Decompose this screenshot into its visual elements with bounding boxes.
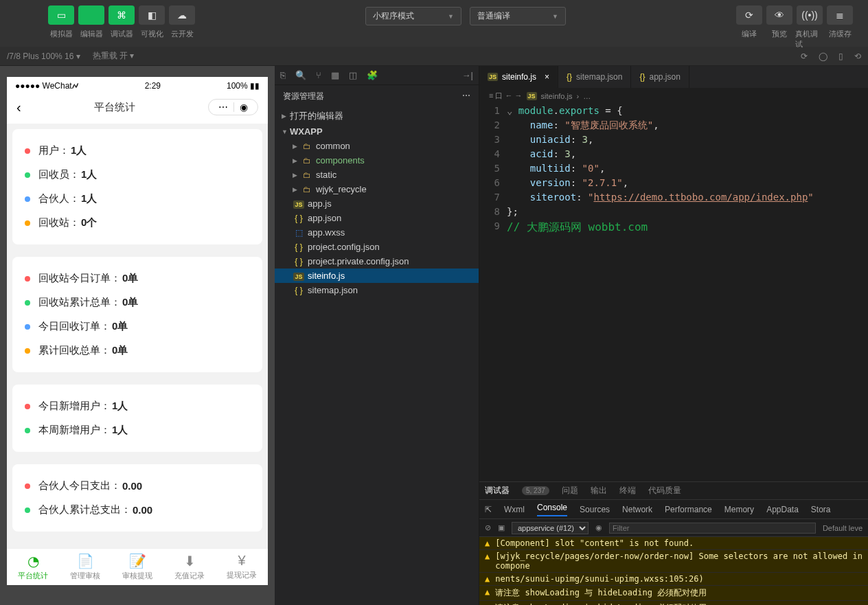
remote-debug-button[interactable]: ((•))真机调试 (795, 5, 824, 49)
tree-item-project-private-config-json[interactable]: { }project.private.config.json (275, 254, 479, 269)
git-icon[interactable]: ⑂ (316, 70, 321, 80)
level-select[interactable]: Default leve (823, 524, 863, 532)
plug-icon[interactable]: 🧩 (367, 70, 378, 80)
editor-tab-app-json[interactable]: {}app.json (631, 66, 689, 88)
preview-button-label: 预览 (772, 29, 787, 39)
tree-item-sitemap-json[interactable]: { }sitemap.json (275, 283, 479, 297)
breadcrumb[interactable]: ≡ 口 ← → JS siteinfo.js›… (479, 88, 868, 104)
dot-icon (25, 348, 30, 354)
code-area[interactable]: 123456789 ⌄ module.exports = { name: "智慧… (479, 104, 868, 481)
hot-reload-toggle[interactable]: 热重载 开 ▾ (93, 50, 135, 62)
devtab-network[interactable]: Network (622, 505, 652, 514)
cube-icon[interactable]: ◫ (349, 70, 357, 80)
stat-card: 合伙人今日支出：0.00合伙人累计总支出：0.00 (12, 464, 262, 532)
tree-item-components[interactable]: ▶🗀components (275, 153, 479, 168)
preview-button-icon: 👁 (766, 5, 792, 25)
tree-item-label: app.wxss (308, 227, 345, 238)
tab-manage[interactable]: 📄管理审核 (59, 553, 111, 581)
stat-row: 用户：1人 (25, 139, 250, 163)
opened-editors-header[interactable]: ▶打开的编辑器 (275, 108, 479, 124)
panel-tab-quality[interactable]: 代码质量 (648, 485, 681, 496)
more-icon[interactable]: ⋯ (462, 91, 470, 102)
back-icon[interactable]: ‹ (16, 100, 21, 115)
devtab-appdata[interactable]: AppData (766, 505, 799, 514)
tree-item-static[interactable]: ▶🗀static (275, 168, 479, 182)
stat-value: 1人 (81, 168, 97, 181)
filter-input[interactable] (609, 523, 816, 534)
project-header[interactable]: ▼WXAPP (275, 124, 479, 139)
device-selector[interactable]: /7/8 Plus 100% 16 ▾ (7, 52, 80, 61)
devtab-console[interactable]: Console (537, 503, 567, 516)
tab-withdraw-review[interactable]: 📝审核提现 (111, 553, 163, 581)
simulator-button-icon: ▭ (48, 5, 74, 25)
page-title: 平台统计 (94, 101, 135, 114)
panel-tab-output[interactable]: 输出 (591, 485, 607, 496)
mode-dropdown[interactable]: 小程序模式▼ (365, 7, 461, 25)
clear-cache-button[interactable]: ≣清缓存 (825, 5, 854, 49)
tab-withdraw[interactable]: ¥提现记录 (216, 553, 268, 581)
clear-cache-button-icon: ≣ (827, 5, 853, 25)
tree-item-wjyk_recycle[interactable]: ▶🗀wjyk_recycle (275, 182, 479, 196)
devtab-memory[interactable]: Memory (724, 505, 754, 514)
preview-button[interactable]: 👁预览 (765, 5, 794, 49)
devtab-sources[interactable]: Sources (580, 505, 610, 514)
panel-tab-problems[interactable]: 问题 (562, 485, 578, 496)
debugger-count: 5, 237 (522, 486, 549, 495)
tree-item-common[interactable]: ▶🗀common (275, 139, 479, 153)
log-row: ▲请注意 showLoading 与 hideLoading 必须配对使用 (479, 601, 868, 605)
compile-button[interactable]: ⟳编译 (735, 5, 764, 49)
ext-icon[interactable]: ▦ (331, 70, 339, 80)
stat-row: 今日回收订单：0单 (25, 315, 250, 339)
refresh-icon[interactable]: ⟳ (801, 52, 808, 61)
visualize-button-label: 可视化 (141, 29, 163, 39)
editor-button[interactable]: 编辑器 (77, 5, 106, 39)
dot-icon (25, 300, 30, 306)
devtab-storage[interactable]: Stora (811, 505, 831, 514)
collapse-icon[interactable]: →| (462, 70, 473, 80)
tree-item-label: components (316, 155, 365, 165)
stat-value: 1人 (71, 144, 87, 157)
tree-item-siteinfo-js[interactable]: JSsiteinfo.js (275, 269, 479, 283)
search-icon[interactable]: 🔍 (295, 70, 306, 80)
stat-value: 1人 (112, 400, 128, 413)
panel-tab-terminal[interactable]: 终端 (619, 485, 636, 496)
stat-row: 合伙人今日支出：0.00 (25, 474, 250, 498)
tab-recharge[interactable]: ⬇充值记录 (163, 553, 216, 581)
device-icon[interactable]: ▯ (838, 52, 843, 61)
tree-item-app-wxss[interactable]: ⬚app.wxss (275, 225, 479, 240)
dot-icon (25, 172, 30, 178)
editor-tab-sitemap-json[interactable]: {}sitemap.json (558, 66, 631, 88)
simulator-button[interactable]: ▭模拟器 (47, 5, 76, 39)
tree-item-app-js[interactable]: JSapp.js (275, 196, 479, 211)
devtab-performance[interactable]: Performance (665, 505, 712, 514)
capsule-menu[interactable]: ⋯◉ (208, 99, 258, 115)
context-select[interactable]: appservice (#12) (512, 522, 589, 534)
tab-stats-label: 平台统计 (18, 571, 48, 581)
stat-value: 1人 (112, 424, 128, 437)
status-battery: 100% ▮▮ (227, 81, 260, 91)
rotate-icon[interactable]: ⟲ (854, 52, 861, 61)
clear-console-icon[interactable]: ⊘ (485, 523, 491, 532)
editor-tab-siteinfo-js[interactable]: JSsiteinfo.js× (479, 66, 558, 88)
remote-debug-button-icon: ((•)) (797, 5, 823, 25)
top-toolbar: ▭模拟器编辑器⌘调试器◧可视化☁云开发 小程序模式▼ 普通编译▼ ⟳编译👁预览(… (0, 0, 868, 47)
cloud-dev-button[interactable]: ☁云开发 (168, 5, 196, 39)
tree-item-project-config-json[interactable]: { }project.config.json (275, 240, 479, 254)
close-icon[interactable]: × (545, 72, 549, 82)
log-message: [Component] slot "content" is not found. (495, 538, 694, 548)
warn-icon: ▲ (485, 602, 490, 605)
stat-value: 1人 (81, 192, 97, 205)
debugger-button[interactable]: ⌘调试器 (107, 5, 136, 39)
eye-icon[interactable]: ◉ (595, 523, 602, 532)
visualize-button[interactable]: ◧可视化 (137, 5, 166, 39)
inspect-icon[interactable]: ⇱ (485, 505, 492, 514)
panel-tab-debugger[interactable]: 调试器 (485, 485, 510, 496)
devtab-wxml[interactable]: Wxml (504, 505, 525, 514)
tree-item-app-json[interactable]: { }app.json (275, 211, 479, 225)
files-icon[interactable]: ⎘ (280, 70, 286, 80)
stop-icon[interactable]: ◯ (819, 52, 827, 61)
tab-stats[interactable]: ◔平台统计 (7, 553, 59, 581)
sub-toolbar: /7/8 Plus 100% 16 ▾ 热重载 开 ▾ ⟳ ◯ ▯ ⟲ (0, 47, 868, 66)
compile-dropdown[interactable]: 普通编译▼ (470, 7, 566, 25)
top-icon[interactable]: ▣ (498, 523, 505, 532)
